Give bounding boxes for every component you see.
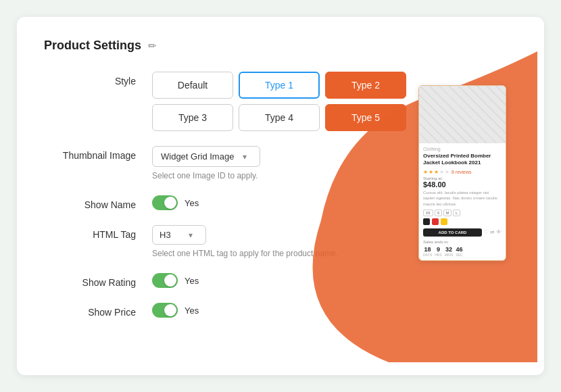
toggle-knob-rating — [164, 274, 176, 287]
header: Product Settings ✏ — [44, 39, 517, 53]
countdown-sec-num: 46 — [456, 246, 462, 253]
review-count: 8 reviews — [452, 170, 472, 174]
countdown-days-label: DAYS — [423, 253, 432, 257]
preview-panel: Clothing Oversized Printed Bomber Jacket… — [409, 72, 517, 333]
size-l[interactable]: L — [453, 210, 460, 216]
show-name-content: Yes — [152, 195, 409, 210]
toggle-knob — [164, 197, 176, 209]
thumbnail-label: Thumbnail Image — [44, 146, 152, 161]
thumbnail-content: Widget Grid Image Featured Image Catalog… — [152, 146, 409, 180]
wishlist-icon[interactable]: ♡ — [484, 229, 489, 235]
countdown-hrs-num: 9 — [435, 246, 442, 253]
countdown-sec-label: SEC — [456, 253, 462, 257]
show-price-toggle[interactable] — [152, 303, 178, 318]
color-row — [423, 218, 502, 225]
content-area: Style Default Type 1 Type 2 Type 3 Type … — [44, 72, 517, 333]
style-btn-type2[interactable]: Type 2 — [325, 72, 406, 99]
thumbnail-select[interactable]: Widget Grid Image Featured Image Catalog… — [152, 146, 260, 167]
html-tag-dropdown-wrapper: H1 H2 H3 H4 H5 H6 ▾ — [152, 225, 409, 245]
countdown-row: 18 DAYS 9 HRS 32 MINS 46 — [423, 246, 502, 257]
cart-action-icons: ♡ ⇄ 👁 — [484, 229, 502, 235]
product-card-preview: Clothing Oversized Printed Bomber Jacket… — [418, 85, 506, 261]
star-5-empty: ★ — [445, 169, 449, 175]
quickview-icon[interactable]: 👁 — [496, 229, 502, 235]
add-to-cart-row: ADD TO CARD ♡ ⇄ 👁 — [423, 228, 502, 237]
product-info: Clothing Oversized Printed Bomber Jacket… — [419, 143, 506, 260]
star-1: ★ — [423, 169, 428, 175]
edit-icon[interactable]: ✏ — [148, 40, 157, 52]
countdown-sec: 46 SEC — [456, 246, 462, 257]
html-tag-label: HTML Tag — [44, 225, 152, 240]
thumbnail-hint: Select one Image ID to apply. — [152, 171, 409, 180]
show-rating-toggle[interactable] — [152, 273, 178, 288]
html-tag-row: HTML Tag H1 H2 H3 H4 H5 H6 ▾ Select o — [44, 225, 409, 258]
size-s[interactable]: S — [435, 210, 442, 216]
style-label: Style — [44, 72, 152, 87]
countdown-mins-label: MINS — [445, 253, 454, 257]
color-red[interactable] — [432, 218, 439, 225]
color-black[interactable] — [423, 218, 430, 225]
product-stars: ★ ★ ★ ★ ★ 8 reviews — [423, 169, 502, 175]
sales-ends-label: Sales ends in: — [423, 240, 502, 244]
show-rating-content: Yes — [152, 273, 409, 288]
thumbnail-dropdown-wrapper: Widget Grid Image Featured Image Catalog… — [152, 146, 409, 167]
html-tag-select[interactable]: H1 H2 H3 H4 H5 H6 — [152, 225, 206, 245]
show-name-label: Show Name — [44, 195, 152, 210]
thumbnail-row: Thumbnail Image Widget Grid Image Featur… — [44, 146, 409, 180]
add-to-cart-button[interactable]: ADD TO CARD — [423, 228, 482, 237]
show-name-row: Show Name Yes — [44, 195, 409, 210]
countdown-days: 18 DAYS — [423, 246, 432, 257]
countdown-mins-num: 32 — [445, 246, 454, 253]
style-row: Style Default Type 1 Type 2 Type 3 Type … — [44, 72, 409, 131]
countdown-days-num: 18 — [423, 246, 432, 253]
show-price-toggle-row: Yes — [152, 303, 409, 318]
star-2: ★ — [429, 169, 433, 175]
style-content: Default Type 1 Type 2 Type 3 Type 4 Type… — [152, 72, 409, 131]
show-rating-value: Yes — [185, 276, 199, 286]
show-name-value: Yes — [185, 198, 199, 208]
style-btn-type5[interactable]: Type 5 — [325, 104, 406, 131]
show-price-row: Show Price Yes — [44, 303, 409, 318]
settings-panel: Style Default Type 1 Type 2 Type 3 Type … — [44, 72, 409, 333]
show-price-label: Show Price — [44, 303, 152, 318]
product-image-placeholder — [419, 86, 506, 143]
show-name-toggle-row: Yes — [152, 195, 409, 210]
page-title: Product Settings — [44, 39, 141, 53]
style-btn-type3[interactable]: Type 3 — [152, 104, 233, 131]
show-rating-label: Show Rating — [44, 273, 152, 288]
product-image — [419, 86, 506, 143]
toggle-knob-price — [164, 304, 176, 316]
show-rating-toggle-row: Yes — [152, 273, 409, 288]
product-price: $48.00 — [423, 180, 502, 189]
size-m[interactable]: M — [443, 210, 452, 216]
show-rating-row: Show Rating Yes — [44, 273, 409, 288]
style-btn-type1[interactable]: Type 1 — [239, 72, 320, 99]
html-tag-hint: Select one HTML tag to apply for the pro… — [152, 249, 409, 258]
show-price-content: Yes — [152, 303, 409, 318]
color-yellow[interactable] — [441, 218, 447, 225]
product-name: Oversized Printed Bomber Jacket Lookbook… — [423, 153, 502, 167]
countdown-hrs-label: HRS — [435, 253, 442, 257]
show-price-value: Yes — [185, 305, 199, 316]
style-btn-default[interactable]: Default — [152, 72, 233, 99]
show-name-toggle[interactable] — [152, 195, 178, 210]
countdown-mins: 32 MINS — [445, 246, 454, 257]
product-category: Clothing — [423, 147, 502, 151]
size-xs[interactable]: XS — [423, 210, 433, 216]
html-tag-content: H1 H2 H3 H4 H5 H6 ▾ Select one HTML tag … — [152, 225, 409, 258]
size-row: XS S M L — [423, 210, 502, 216]
star-4-empty: ★ — [439, 169, 444, 175]
style-grid: Default Type 1 Type 2 Type 3 Type 4 Type… — [152, 72, 409, 131]
product-desc: Cursus elit. Iaculis platea integer nisi… — [423, 190, 502, 207]
product-settings-card: Product Settings ✏ Style Default Type 1 … — [17, 17, 544, 375]
compare-icon[interactable]: ⇄ — [490, 229, 495, 235]
style-btn-type4[interactable]: Type 4 — [239, 104, 320, 131]
star-3: ★ — [434, 169, 439, 175]
countdown-hrs: 9 HRS — [435, 246, 442, 257]
